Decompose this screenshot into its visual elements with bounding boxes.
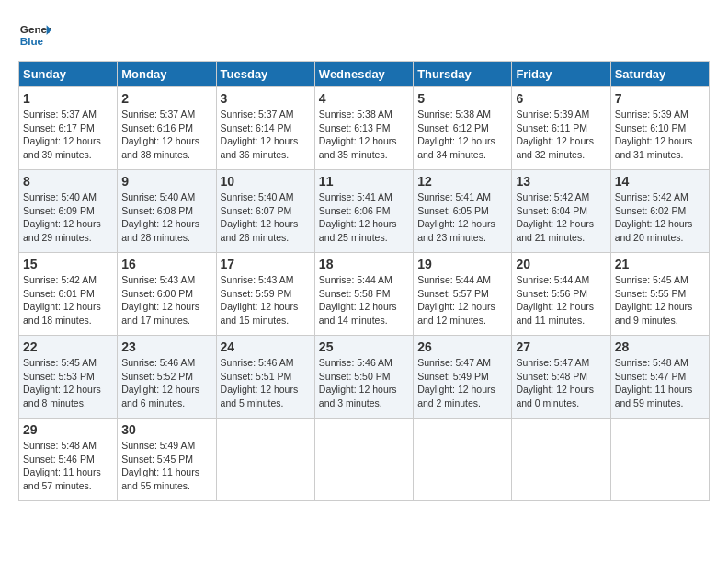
- daylight-text: Daylight: 12 hours and 3 minutes.: [319, 384, 397, 408]
- day-number: 25: [319, 339, 409, 354]
- sunrise-text: Sunrise: 5:37 AM: [221, 109, 294, 120]
- sunrise-text: Sunrise: 5:40 AM: [221, 191, 294, 202]
- sunrise-text: Sunrise: 5:42 AM: [516, 191, 589, 202]
- daylight-text: Daylight: 12 hours and 18 minutes.: [23, 301, 101, 326]
- header-cell-wednesday: Wednesday: [314, 62, 413, 87]
- sunset-text: Sunset: 6:16 PM: [121, 122, 193, 133]
- calendar-day-cell: 30 Sunrise: 5:49 AM Sunset: 5:45 PM Dayl…: [118, 419, 216, 501]
- day-number: 4: [319, 91, 409, 106]
- sunrise-text: Sunrise: 5:37 AM: [121, 109, 195, 120]
- sunset-text: Sunset: 6:10 PM: [615, 122, 687, 133]
- daylight-text: Daylight: 12 hours and 28 minutes.: [121, 218, 199, 243]
- sunrise-text: Sunrise: 5:48 AM: [615, 357, 688, 368]
- calendar-week-row: 22 Sunrise: 5:45 AM Sunset: 5:53 PM Dayl…: [19, 336, 710, 419]
- sunset-text: Sunset: 5:51 PM: [221, 371, 292, 382]
- daylight-text: Daylight: 12 hours and 5 minutes.: [221, 384, 299, 408]
- day-number: 7: [615, 91, 705, 106]
- calendar-table: SundayMondayTuesdayWednesdayThursdayFrid…: [18, 61, 710, 501]
- calendar-day-cell: 9 Sunrise: 5:40 AM Sunset: 6:08 PM Dayli…: [118, 170, 216, 253]
- header: General Blue: [18, 18, 710, 52]
- calendar-day-cell: 4 Sunrise: 5:38 AM Sunset: 6:13 PM Dayli…: [314, 87, 413, 170]
- calendar-day-cell: 15 Sunrise: 5:42 AM Sunset: 6:01 PM Dayl…: [19, 253, 118, 336]
- daylight-text: Daylight: 12 hours and 32 minutes.: [516, 135, 594, 160]
- sunrise-text: Sunrise: 5:41 AM: [417, 191, 491, 202]
- calendar-day-cell: 28 Sunrise: 5:48 AM Sunset: 5:47 PM Dayl…: [610, 336, 709, 419]
- calendar-week-row: 8 Sunrise: 5:40 AM Sunset: 6:09 PM Dayli…: [19, 170, 710, 253]
- day-number: 8: [23, 174, 113, 189]
- day-number: 29: [23, 422, 113, 437]
- day-number: 26: [417, 339, 507, 354]
- calendar-day-cell: 24 Sunrise: 5:46 AM Sunset: 5:51 PM Dayl…: [216, 336, 314, 419]
- sunset-text: Sunset: 6:11 PM: [516, 122, 587, 133]
- sunrise-text: Sunrise: 5:37 AM: [23, 109, 97, 120]
- calendar-day-cell: 22 Sunrise: 5:45 AM Sunset: 5:53 PM Dayl…: [19, 336, 118, 419]
- sunrise-text: Sunrise: 5:45 AM: [23, 357, 97, 368]
- calendar-header-row: SundayMondayTuesdayWednesdayThursdayFrid…: [19, 62, 710, 87]
- sunset-text: Sunset: 5:58 PM: [319, 288, 391, 299]
- sunrise-text: Sunrise: 5:46 AM: [319, 357, 392, 368]
- sunset-text: Sunset: 6:17 PM: [23, 122, 95, 133]
- daylight-text: Daylight: 12 hours and 11 minutes.: [516, 301, 594, 326]
- daylight-text: Daylight: 12 hours and 34 minutes.: [417, 135, 495, 160]
- day-number: 21: [615, 257, 705, 271]
- day-number: 3: [221, 91, 311, 106]
- calendar-week-row: 15 Sunrise: 5:42 AM Sunset: 6:01 PM Dayl…: [19, 253, 710, 336]
- sunrise-text: Sunrise: 5:40 AM: [23, 191, 97, 202]
- svg-text:Blue: Blue: [20, 35, 44, 47]
- daylight-text: Daylight: 11 hours and 59 minutes.: [615, 384, 693, 408]
- sunset-text: Sunset: 6:13 PM: [319, 122, 391, 133]
- calendar-day-cell: 3 Sunrise: 5:37 AM Sunset: 6:14 PM Dayli…: [216, 87, 314, 170]
- logo-icon: General Blue: [18, 18, 51, 52]
- daylight-text: Daylight: 12 hours and 8 minutes.: [23, 384, 101, 408]
- calendar-body: 1 Sunrise: 5:37 AM Sunset: 6:17 PM Dayli…: [19, 87, 710, 501]
- day-number: 14: [615, 174, 705, 189]
- sunrise-text: Sunrise: 5:43 AM: [221, 274, 294, 285]
- sunrise-text: Sunrise: 5:46 AM: [121, 357, 195, 368]
- sunset-text: Sunset: 5:53 PM: [23, 371, 95, 382]
- calendar-day-cell: 23 Sunrise: 5:46 AM Sunset: 5:52 PM Dayl…: [118, 336, 216, 419]
- calendar-day-cell: 10 Sunrise: 5:40 AM Sunset: 6:07 PM Dayl…: [216, 170, 314, 253]
- calendar-day-cell: 1 Sunrise: 5:37 AM Sunset: 6:17 PM Dayli…: [19, 87, 118, 170]
- day-number: 19: [417, 257, 507, 271]
- daylight-text: Daylight: 12 hours and 14 minutes.: [319, 301, 397, 326]
- sunrise-text: Sunrise: 5:45 AM: [615, 274, 688, 285]
- sunrise-text: Sunrise: 5:38 AM: [319, 109, 392, 120]
- calendar-day-cell: 25 Sunrise: 5:46 AM Sunset: 5:50 PM Dayl…: [314, 336, 413, 419]
- sunrise-text: Sunrise: 5:39 AM: [615, 109, 688, 120]
- day-number: 13: [516, 174, 606, 189]
- daylight-text: Daylight: 12 hours and 38 minutes.: [121, 135, 199, 160]
- empty-cell: [216, 419, 314, 501]
- daylight-text: Daylight: 12 hours and 6 minutes.: [121, 384, 199, 408]
- daylight-text: Daylight: 12 hours and 12 minutes.: [417, 301, 495, 326]
- calendar-day-cell: 7 Sunrise: 5:39 AM Sunset: 6:10 PM Dayli…: [610, 87, 709, 170]
- day-number: 5: [417, 91, 507, 106]
- day-number: 9: [121, 174, 211, 189]
- daylight-text: Daylight: 12 hours and 26 minutes.: [221, 218, 299, 243]
- sunrise-text: Sunrise: 5:42 AM: [23, 274, 97, 285]
- calendar-day-cell: 17 Sunrise: 5:43 AM Sunset: 5:59 PM Dayl…: [216, 253, 314, 336]
- day-number: 10: [221, 174, 311, 189]
- daylight-text: Daylight: 12 hours and 29 minutes.: [23, 218, 101, 243]
- day-number: 28: [615, 339, 705, 354]
- day-number: 27: [516, 339, 606, 354]
- sunrise-text: Sunrise: 5:41 AM: [319, 191, 392, 202]
- sunset-text: Sunset: 6:07 PM: [221, 205, 292, 216]
- sunset-text: Sunset: 5:49 PM: [417, 371, 489, 382]
- sunset-text: Sunset: 6:12 PM: [417, 122, 489, 133]
- calendar-day-cell: 12 Sunrise: 5:41 AM Sunset: 6:05 PM Dayl…: [414, 170, 512, 253]
- daylight-text: Daylight: 12 hours and 23 minutes.: [417, 218, 495, 243]
- sunset-text: Sunset: 5:52 PM: [121, 371, 193, 382]
- daylight-text: Daylight: 12 hours and 36 minutes.: [221, 135, 299, 160]
- sunset-text: Sunset: 5:45 PM: [121, 454, 193, 465]
- day-number: 30: [121, 422, 211, 437]
- sunrise-text: Sunrise: 5:42 AM: [615, 191, 688, 202]
- sunset-text: Sunset: 6:04 PM: [516, 205, 587, 216]
- sunset-text: Sunset: 5:50 PM: [319, 371, 391, 382]
- sunset-text: Sunset: 6:08 PM: [121, 205, 193, 216]
- day-number: 24: [221, 339, 311, 354]
- calendar-day-cell: 8 Sunrise: 5:40 AM Sunset: 6:09 PM Dayli…: [19, 170, 118, 253]
- sunset-text: Sunset: 6:05 PM: [417, 205, 489, 216]
- sunset-text: Sunset: 5:46 PM: [23, 454, 95, 465]
- day-number: 1: [23, 91, 113, 106]
- day-number: 6: [516, 91, 606, 106]
